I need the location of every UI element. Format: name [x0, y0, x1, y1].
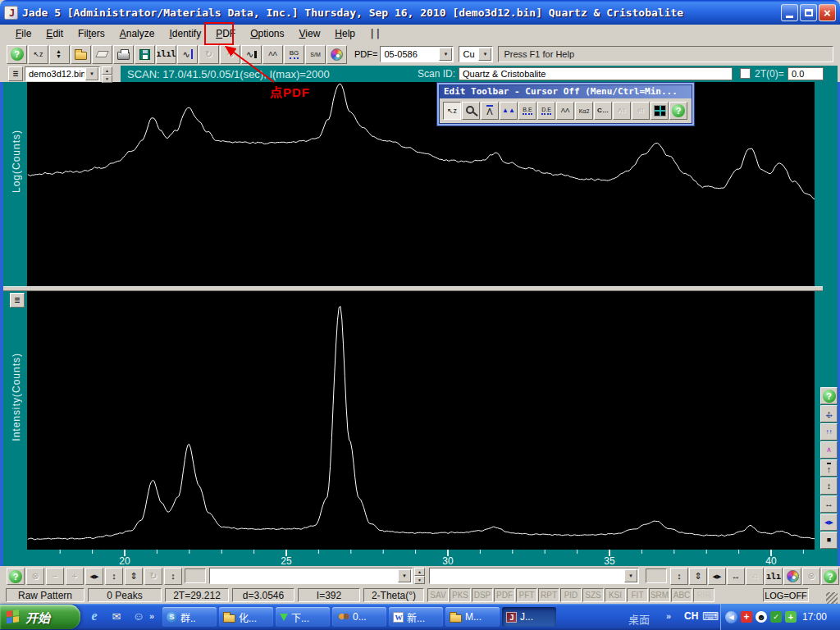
help-button[interactable]: ?: [669, 102, 687, 120]
task-hua-taskbutton[interactable]: 化...: [219, 607, 273, 627]
background-edit-button[interactable]: B.E: [518, 102, 536, 120]
spinner-up-icon[interactable]: ▲: [102, 66, 112, 75]
tray-qq-icon[interactable]: ☻: [756, 611, 767, 623]
quick-launch-more-icon[interactable]: »: [149, 611, 154, 621]
desktop-more-icon[interactable]: »: [666, 611, 671, 621]
t0-input[interactable]: 0.0: [788, 67, 824, 80]
edit-toolbar-title[interactable]: Edit Toolbar - Cursor Off (Menu/Ctrl=Min…: [440, 85, 692, 98]
dropdown-arrow-icon[interactable]: [478, 48, 491, 61]
h-expand-button[interactable]: ◀▶: [85, 568, 103, 585]
menu-analyze[interactable]: Analyze: [112, 25, 162, 42]
overlay-spinner[interactable]: ▲▼: [414, 568, 425, 582]
spinner-down-icon[interactable]: ▼: [102, 75, 112, 83]
profile-fit-button[interactable]: ΛΛ: [262, 45, 283, 64]
desktop-toolbar-label[interactable]: 桌面: [628, 611, 650, 627]
menu-help[interactable]: Help: [327, 25, 363, 42]
tray-downloader-icon[interactable]: +: [741, 611, 752, 623]
keyboard-icon[interactable]: ⌨: [702, 609, 719, 623]
overlay-disk-button[interactable]: [783, 568, 801, 585]
ie-icon[interactable]: e: [87, 609, 102, 623]
scale-top-button[interactable]: ↑: [820, 459, 838, 477]
overlay-combobox-1[interactable]: [209, 568, 413, 584]
zoom-stack-button[interactable]: ↑↑: [820, 423, 838, 441]
task-qun-taskbutton[interactable]: 群..: [162, 607, 217, 627]
clock[interactable]: 17:00: [802, 611, 827, 623]
custom-edit-button[interactable]: C…: [594, 102, 612, 120]
v-scale-button[interactable]: ↕: [670, 568, 688, 585]
menu-view[interactable]: View: [292, 25, 328, 42]
dropdown-arrow-icon[interactable]: [85, 67, 98, 80]
h-pan-button[interactable]: ◀▶: [820, 514, 838, 531]
dropdown-arrow-icon[interactable]: [439, 48, 452, 61]
menu-edit[interactable]: Edit: [39, 25, 71, 42]
spinner-up-icon[interactable]: ▲: [414, 568, 425, 576]
panel-splitter[interactable]: [3, 286, 823, 291]
task-o-taskbutton[interactable]: 0...: [332, 607, 386, 627]
messenger-icon[interactable]: ☺: [131, 609, 146, 623]
h-scale-button[interactable]: ◀▶: [708, 568, 726, 585]
resize-grip[interactable]: [826, 592, 838, 604]
expand-up-button[interactable]: ∧: [820, 441, 838, 459]
menu-options[interactable]: Options: [243, 25, 291, 42]
task-xia-taskbutton[interactable]: 下...: [276, 607, 330, 627]
file-spinner[interactable]: ▲▼: [102, 66, 112, 81]
tray-antivirus-icon[interactable]: ✓: [770, 611, 782, 623]
stop-button[interactable]: ■: [820, 532, 838, 549]
help-button[interactable]: ?: [820, 387, 838, 404]
task-jade-taskbutton[interactable]: J...: [502, 607, 556, 627]
h-zoom-button[interactable]: ↔: [820, 495, 838, 513]
cursor-tool-button[interactable]: ↖z: [28, 45, 48, 64]
h-scale-full-button[interactable]: ↔: [727, 568, 745, 585]
cursor-mode-button[interactable]: ↖z: [443, 102, 461, 120]
pdf-number-combobox[interactable]: 05-0586: [380, 46, 454, 62]
background-fit-button[interactable]: BG: [284, 45, 304, 64]
start-button[interactable]: 开始: [0, 605, 80, 629]
t0-checkbox[interactable]: [740, 68, 751, 79]
raw-pattern-button[interactable]: ılıl: [156, 45, 176, 64]
minimize-button[interactable]: [781, 4, 798, 21]
hide-tray-icon[interactable]: ◀: [725, 611, 737, 623]
maximize-button[interactable]: [800, 4, 817, 21]
spinner-down-icon[interactable]: ▼: [414, 576, 425, 584]
task-xin-taskbutton[interactable]: 新...: [389, 607, 443, 627]
erase-button[interactable]: [92, 45, 112, 64]
anode-combobox[interactable]: Cu: [459, 46, 493, 62]
file-combobox[interactable]: demo3d12.bin: [25, 66, 100, 81]
scan-id-input[interactable]: Quartz & Cristobalite: [459, 67, 733, 80]
data-edit-button[interactable]: D.E: [537, 102, 555, 120]
save-button[interactable]: [135, 45, 155, 64]
v-fit-button[interactable]: ⇕: [125, 568, 143, 585]
edit-toolbar-window[interactable]: Edit Toolbar - Cursor Off (Menu/Ctrl=Min…: [439, 84, 692, 124]
mail-icon[interactable]: ✉: [109, 609, 124, 623]
menu-identify[interactable]: Identify: [162, 25, 208, 42]
peak-cursor-button[interactable]: ∿: [241, 45, 262, 64]
help-button[interactable]: ?: [7, 45, 27, 64]
v-zoom-button[interactable]: ↕: [820, 477, 838, 495]
sm-toggle-button[interactable]: S/M: [305, 45, 326, 64]
dropdown-arrow-icon[interactable]: [398, 569, 411, 582]
menu-pdf[interactable]: PDF: [208, 25, 243, 42]
log-scale-toggle[interactable]: LOG=OFF: [763, 588, 809, 602]
panel-stack-button[interactable]: ≡: [10, 293, 25, 308]
peak-marker-button[interactable]: Λ: [481, 102, 499, 120]
pan-4way-button[interactable]: [820, 405, 838, 422]
grid-view-button[interactable]: [651, 102, 669, 120]
menu-file[interactable]: File: [8, 25, 39, 42]
histogram-button[interactable]: ılı: [765, 568, 783, 585]
fill-peaks-button[interactable]: ▲▲: [500, 102, 518, 120]
overlay-combobox-2[interactable]: [429, 568, 639, 584]
intensity-panel[interactable]: [27, 291, 815, 550]
scroll-updown-button[interactable]: ▲▼: [49, 45, 70, 64]
dropdown-arrow-icon[interactable]: [624, 569, 637, 582]
log-counts-panel[interactable]: [27, 82, 815, 286]
twin-peaks-button[interactable]: ΛΛ: [556, 102, 574, 120]
help-2-button[interactable]: ?: [821, 568, 839, 585]
tray-updater-icon[interactable]: +: [785, 611, 797, 623]
help-button[interactable]: ?: [7, 568, 25, 585]
menu-filters[interactable]: Filters: [71, 25, 112, 42]
smooth-button[interactable]: ∿: [177, 45, 198, 64]
zoom-tool-button[interactable]: [462, 102, 480, 120]
print-button[interactable]: [113, 45, 134, 64]
ka2-strip-button[interactable]: Kα2: [575, 102, 593, 120]
close-button[interactable]: ×: [819, 4, 836, 21]
